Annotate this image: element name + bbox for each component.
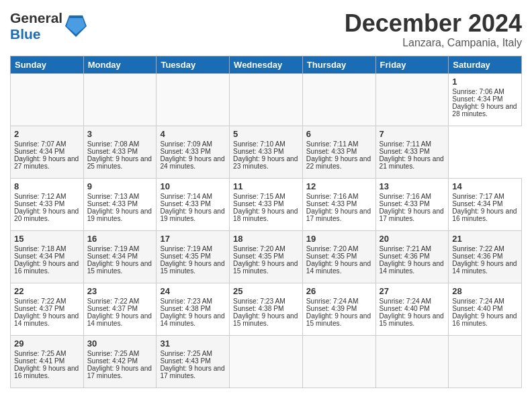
calendar-cell: 26 Sunrise: 7:24 AM Sunset: 4:39 PM Dayl…: [302, 283, 375, 335]
sunrise: Sunrise: 7:25 AM: [160, 350, 212, 357]
day-number: 22: [14, 286, 80, 296]
sunrise: Sunrise: 7:06 AM: [452, 88, 504, 95]
day-number: 21: [452, 234, 518, 244]
sunset: Sunset: 4:37 PM: [14, 305, 64, 312]
day-number: 10: [160, 181, 226, 191]
calendar-cell: 19 Sunrise: 7:20 AM Sunset: 4:35 PM Dayl…: [302, 230, 375, 283]
sunset: Sunset: 4:33 PM: [380, 200, 430, 208]
sunset: Sunset: 4:33 PM: [306, 200, 357, 208]
calendar-cell: 31 Sunrise: 7:25 AM Sunset: 4:43 PM Dayl…: [157, 335, 230, 387]
sunset: Sunset: 4:33 PM: [160, 200, 210, 208]
calendar-cell: 4 Sunrise: 7:09 AM Sunset: 4:33 PM Dayli…: [157, 126, 230, 178]
calendar-cell: [83, 73, 157, 126]
calendar-cell: [11, 73, 84, 126]
sunrise: Sunrise: 7:11 AM: [380, 140, 432, 148]
calendar-cell: [375, 73, 449, 126]
sunset: Sunset: 4:33 PM: [233, 200, 283, 208]
daylight: Daylight: 9 hours and 16 minutes.: [452, 208, 517, 222]
day-number: 25: [233, 286, 299, 296]
calendar-cell: 16 Sunrise: 7:19 AM Sunset: 4:34 PM Dayl…: [83, 230, 157, 283]
calendar-cell: 10 Sunrise: 7:14 AM Sunset: 4:33 PM Dayl…: [157, 178, 230, 230]
sunset: Sunset: 4:34 PM: [452, 200, 502, 208]
logo-general: General: [10, 10, 62, 26]
sunset: Sunset: 4:43 PM: [160, 357, 210, 365]
daylight: Daylight: 9 hours and 15 minutes.: [87, 260, 152, 275]
sunrise: Sunrise: 7:21 AM: [380, 245, 432, 253]
sunrise: Sunrise: 7:13 AM: [87, 193, 140, 200]
day-number: 13: [380, 181, 445, 191]
day-number: 24: [160, 286, 226, 296]
calendar-week-1: 2 Sunrise: 7:07 AM Sunset: 4:34 PM Dayli…: [11, 126, 522, 178]
day-number: 17: [160, 234, 226, 244]
calendar-cell: 5 Sunrise: 7:10 AM Sunset: 4:33 PM Dayli…: [230, 126, 303, 178]
day-number: 8: [14, 181, 80, 191]
day-number: 19: [306, 234, 372, 244]
daylight: Daylight: 9 hours and 16 minutes.: [14, 260, 79, 275]
daylight: Daylight: 9 hours and 14 minutes.: [306, 260, 371, 275]
daylight: Daylight: 9 hours and 19 minutes.: [160, 208, 224, 222]
sunset: Sunset: 4:38 PM: [233, 305, 283, 312]
sunset: Sunset: 4:36 PM: [380, 253, 430, 260]
sunset: Sunset: 4:34 PM: [452, 95, 502, 103]
calendar-cell: [230, 73, 303, 126]
sunrise: Sunrise: 7:10 AM: [233, 140, 285, 148]
sunrise: Sunrise: 7:20 AM: [306, 245, 359, 253]
svg-marker-1: [66, 18, 85, 34]
col-thursday: Thursday: [302, 56, 375, 73]
daylight: Daylight: 9 hours and 17 minutes.: [160, 365, 224, 379]
calendar-cell: 2 Sunrise: 7:07 AM Sunset: 4:34 PM Dayli…: [11, 126, 84, 178]
header-row: Sunday Monday Tuesday Wednesday Thursday…: [11, 56, 522, 73]
sunset: Sunset: 4:34 PM: [87, 253, 138, 260]
day-number: 1: [452, 77, 518, 87]
sunrise: Sunrise: 7:09 AM: [160, 140, 212, 148]
month-title: December 2024: [345, 10, 522, 37]
sunset: Sunset: 4:41 PM: [14, 357, 64, 365]
sunset: Sunset: 4:33 PM: [87, 148, 138, 155]
sunset: Sunset: 4:33 PM: [14, 200, 64, 208]
calendar-cell: 14 Sunrise: 7:17 AM Sunset: 4:34 PM Dayl…: [449, 178, 522, 230]
daylight: Daylight: 9 hours and 16 minutes.: [452, 312, 517, 327]
calendar-week-3: 15 Sunrise: 7:18 AM Sunset: 4:34 PM Dayl…: [11, 230, 522, 283]
calendar-cell: [302, 335, 375, 387]
day-number: 30: [87, 338, 153, 349]
sunset: Sunset: 4:35 PM: [306, 253, 357, 260]
calendar-cell: 18 Sunrise: 7:20 AM Sunset: 4:35 PM Dayl…: [230, 230, 303, 283]
calendar-cell: [302, 73, 375, 126]
sunrise: Sunrise: 7:15 AM: [233, 193, 285, 200]
daylight: Daylight: 9 hours and 28 minutes.: [452, 103, 517, 118]
sunrise: Sunrise: 7:07 AM: [14, 140, 66, 148]
sunrise: Sunrise: 7:19 AM: [87, 245, 140, 253]
daylight: Daylight: 9 hours and 14 minutes.: [452, 260, 517, 275]
sunset: Sunset: 4:36 PM: [452, 253, 502, 260]
sunset: Sunset: 4:33 PM: [87, 200, 138, 208]
calendar-cell: 25 Sunrise: 7:23 AM Sunset: 4:38 PM Dayl…: [230, 283, 303, 335]
sunrise: Sunrise: 7:14 AM: [160, 193, 212, 200]
sunset: Sunset: 4:35 PM: [233, 253, 283, 260]
sunset: Sunset: 4:35 PM: [160, 253, 210, 260]
calendar-cell: 22 Sunrise: 7:22 AM Sunset: 4:37 PM Dayl…: [11, 283, 84, 335]
calendar-week-2: 8 Sunrise: 7:12 AM Sunset: 4:33 PM Dayli…: [11, 178, 522, 230]
day-number: 15: [14, 234, 80, 244]
calendar-cell: 8 Sunrise: 7:12 AM Sunset: 4:33 PM Dayli…: [11, 178, 84, 230]
daylight: Daylight: 9 hours and 23 minutes.: [233, 155, 298, 170]
sunrise: Sunrise: 7:24 AM: [306, 298, 359, 305]
day-number: 3: [87, 129, 153, 139]
sunrise: Sunrise: 7:23 AM: [160, 298, 212, 305]
sunset: Sunset: 4:33 PM: [380, 148, 430, 155]
daylight: Daylight: 9 hours and 17 minutes.: [87, 365, 152, 379]
sunrise: Sunrise: 7:08 AM: [87, 140, 140, 148]
daylight: Daylight: 9 hours and 15 minutes.: [306, 312, 371, 327]
calendar-cell: [157, 73, 230, 126]
calendar-week-4: 22 Sunrise: 7:22 AM Sunset: 4:37 PM Dayl…: [11, 283, 522, 335]
day-number: 6: [306, 129, 372, 139]
calendar-week-0: 1 Sunrise: 7:06 AM Sunset: 4:34 PM Dayli…: [11, 73, 522, 126]
daylight: Daylight: 9 hours and 21 minutes.: [380, 155, 444, 170]
sunrise: Sunrise: 7:20 AM: [233, 245, 285, 253]
day-number: 18: [233, 234, 299, 244]
calendar-week-5: 29 Sunrise: 7:25 AM Sunset: 4:41 PM Dayl…: [11, 335, 522, 387]
day-number: 2: [14, 129, 80, 139]
col-monday: Monday: [83, 56, 157, 73]
calendar-table: Sunday Monday Tuesday Wednesday Thursday…: [10, 56, 522, 388]
sunrise: Sunrise: 7:12 AM: [14, 193, 66, 200]
col-friday: Friday: [375, 56, 449, 73]
